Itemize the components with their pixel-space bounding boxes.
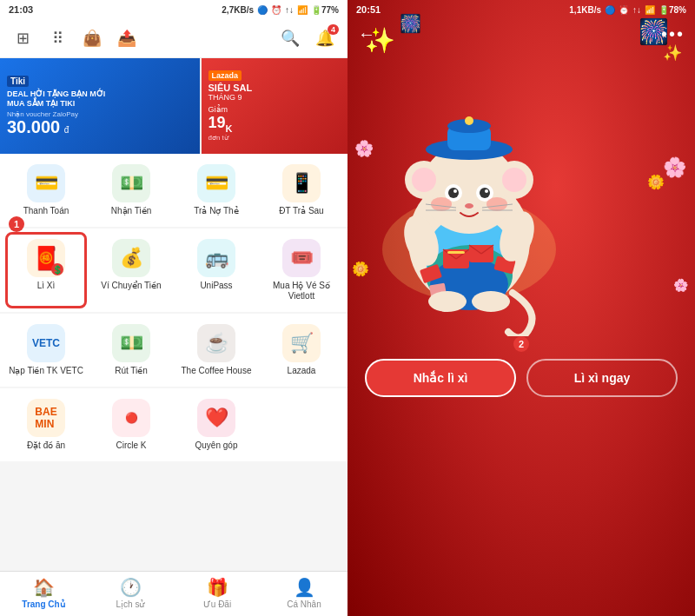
- coffee-house-icon: ☕: [197, 324, 235, 362]
- lixi-container: 1 🧧 💲 Lì Xì: [3, 235, 89, 305]
- trang-chu-label: Trang Chủ: [22, 599, 64, 609]
- grid-item-empty: [259, 395, 344, 454]
- tra-no-the-icon: 💳: [197, 164, 235, 202]
- lich-su-icon: 🕐: [120, 577, 142, 598]
- step-badge-2: 2: [513, 336, 529, 352]
- grid-item-coffee-house[interactable]: ☕ The Coffee House: [174, 321, 259, 380]
- quyen-gop-icon: ❤️: [197, 399, 235, 437]
- quyen-gop-label: Quyên góp: [195, 440, 238, 451]
- rut-tien-icon: 💵: [112, 324, 150, 362]
- lixi-now-button[interactable]: Lì xì ngay: [526, 359, 678, 397]
- thanh-toan-icon: 💳: [27, 164, 65, 202]
- grid-item-unipass[interactable]: 🚌 UniPass: [174, 235, 259, 305]
- reminder-button[interactable]: Nhắc lì xì: [365, 359, 516, 397]
- buttons-section: 2 Nhắc lì xì Lì xì ngay: [348, 336, 695, 406]
- mua-ho-icon: 🎟️: [282, 239, 321, 277]
- flower-right-3: 🌸: [673, 278, 688, 292]
- ca-nhan-label: Cá Nhân: [287, 599, 321, 609]
- qr-icon[interactable]: ⊞: [9, 24, 36, 52]
- step-2-indicator: 2: [365, 336, 678, 352]
- grid-row-3: VETC Nạp Tiền TK VETC 💵 Rút Tiền ☕ The C…: [0, 314, 348, 387]
- search-icon[interactable]: 🔍: [276, 24, 304, 52]
- nav-ca-nhan[interactable]: 👤 Cá Nhân: [261, 577, 348, 609]
- time-left: 21:03: [9, 4, 33, 15]
- wallet-icon[interactable]: 👜: [78, 24, 106, 52]
- vetc-icon: VETC: [27, 324, 65, 362]
- uu-dai-label: Ưu Đãi: [203, 599, 231, 609]
- grid-item-tra-no-the[interactable]: 💳 Trả Nợ Thẻ: [174, 161, 259, 220]
- vetc-label: Nạp Tiền TK VETC: [9, 366, 83, 376]
- svg-point-21: [412, 168, 436, 192]
- send-icon[interactable]: 📤: [113, 24, 141, 52]
- grid-item-lazada[interactable]: 🛒 Lazada: [259, 321, 344, 380]
- lazada-banner[interactable]: Lazada SIÊU SAL THÁNG 9 Giảm 19K đơn từ: [202, 58, 348, 154]
- grid-icon[interactable]: ⠿: [43, 24, 71, 52]
- grid-item-dt-tra-sau[interactable]: 📱 ĐT Trả Sau: [259, 161, 344, 220]
- grid-item-thanh-toan[interactable]: 💳 Thanh Toán: [3, 161, 89, 220]
- grid-item-mua-ho[interactable]: 🎟️ Mua Hộ Vé Số Vietlott: [259, 235, 344, 305]
- unipass-label: UniPass: [200, 281, 232, 291]
- lixi-label: Lì Xì: [37, 281, 56, 291]
- dt-tra-sau-label: ĐT Trả Sau: [279, 206, 323, 216]
- rut-tien-label: Rút Tiền: [115, 366, 148, 376]
- nav-uu-dai[interactable]: 🎁 Ưu Đãi: [174, 577, 261, 609]
- uu-dai-icon: 🎁: [207, 577, 228, 598]
- phone-right: ✨ 🎆 🎆 ✨ 🌸 🌼 🌸 🌼 🌸 20:51 1,1KB/s 🔵 ⏰ ↑↓ 📶…: [348, 0, 695, 616]
- phone-left: 21:03 2,7KB/s 🔵 ⏰ ↑↓ 📶 🔋77% ⊞ ⠿ 👜 📤 🔍 🔔 …: [0, 0, 348, 616]
- grid-item-chuyen-tien[interactable]: 💰 Ví Chuyển Tiền: [89, 235, 174, 305]
- grid-item-circle-k[interactable]: 🔴 Circle K: [89, 395, 174, 454]
- svg-point-19: [465, 116, 473, 125]
- circle-k-label: Circle K: [116, 440, 146, 451]
- deal-text: DEAL HỜI TẶNG BẠN MỚI MUA SẮM TẠI TIKI: [7, 89, 193, 109]
- unit-text: đơn từ: [208, 134, 341, 142]
- trang-chu-icon: 🏠: [33, 577, 55, 598]
- back-button[interactable]: ←: [358, 24, 375, 44]
- grid-item-rut-tien[interactable]: 💵 Rút Tiền: [89, 321, 174, 380]
- grid-item-dat-do-an[interactable]: BAEMIN Đặt đồ ăn: [3, 395, 89, 454]
- status-icons-right: 1,1KB/s 🔵 ⏰ ↑↓ 📶 🔋78%: [569, 5, 686, 15]
- action-buttons: Nhắc lì xì Lì xì ngay: [365, 359, 678, 397]
- svg-point-29: [485, 189, 488, 193]
- ca-nhan-icon: 👤: [294, 577, 315, 598]
- status-bar-left: 21:03 2,7KB/s 🔵 ⏰ ↑↓ 📶 🔋77%: [0, 0, 348, 19]
- mua-ho-label: Mua Hộ Vé Số Vietlott: [261, 281, 342, 301]
- mouse-svg: [348, 58, 591, 336]
- nhan-tien-label: Nhận Tiền: [111, 206, 151, 216]
- chuyen-tien-label: Ví Chuyển Tiền: [101, 281, 161, 291]
- dat-do-an-label: Đặt đồ ăn: [27, 440, 65, 451]
- grid-item-vetc[interactable]: VETC Nạp Tiền TK VETC: [3, 321, 89, 380]
- thanh-toan-label: Thanh Toán: [23, 206, 70, 216]
- flower-right-2: 🌼: [647, 174, 665, 190]
- thang-text: THÁNG 9: [208, 93, 341, 102]
- nav-bar-right: ← •••: [348, 19, 695, 50]
- status-bar-right: 20:51 1,1KB/s 🔵 ⏰ ↑↓ 📶 🔋78%: [348, 0, 695, 19]
- dat-do-an-icon: BAEMIN: [27, 399, 65, 437]
- svg-point-39: [428, 291, 467, 312]
- notification-badge: 4: [328, 24, 339, 35]
- grid-row-1: 💳 Thanh Toán 💵 Nhận Tiền 💳 Trả Nợ Thẻ 📱 …: [0, 154, 348, 227]
- svg-point-25: [448, 188, 459, 198]
- svg-point-40: [472, 291, 510, 312]
- nhan-tien-icon: 💵: [112, 164, 150, 202]
- svg-point-31: [486, 197, 507, 211]
- tra-no-the-label: Trả Nợ Thẻ: [194, 206, 238, 216]
- top-nav: ⊞ ⠿ 👜 📤 🔍 🔔 4: [0, 19, 348, 58]
- tiki-banner[interactable]: Tiki DEAL HỜI TẶNG BẠN MỚI MUA SẮM TẠI T…: [0, 58, 200, 154]
- banner-section: Tiki DEAL HỜI TẶNG BẠN MỚI MUA SẮM TẠI T…: [0, 58, 348, 154]
- nav-lich-su[interactable]: 🕐 Lịch sử: [87, 577, 174, 609]
- status-icons-left: 2,7KB/s 🔵 ⏰ ↑↓ 📶 🔋77%: [222, 5, 339, 15]
- bell-icon[interactable]: 🔔 4: [311, 24, 339, 52]
- grid-item-lixi[interactable]: 🧧 💲 Lì Xì: [3, 235, 89, 295]
- svg-point-26: [453, 189, 457, 193]
- more-button[interactable]: •••: [661, 24, 685, 44]
- bottom-nav: 🏠 Trang Chủ 🕐 Lịch sử 🎁 Ưu Đãi 👤 Cá Nhân: [0, 571, 348, 616]
- amount-text: 30.000 đ: [7, 118, 193, 136]
- dt-tra-sau-icon: 📱: [282, 164, 321, 202]
- lazada-brand: Lazada: [208, 70, 242, 81]
- grid-row-2: 1 🧧 💲 Lì Xì 💰 Ví Chuyển Tiền 🚌 UniPass 🎟…: [0, 229, 348, 312]
- svg-point-30: [431, 197, 452, 211]
- svg-point-28: [480, 188, 490, 198]
- nav-trang-chu[interactable]: 🏠 Trang Chủ: [0, 577, 87, 609]
- grid-item-nhan-tien[interactable]: 💵 Nhận Tiền: [89, 161, 174, 220]
- grid-item-quyen-gop[interactable]: ❤️ Quyên góp: [174, 395, 259, 454]
